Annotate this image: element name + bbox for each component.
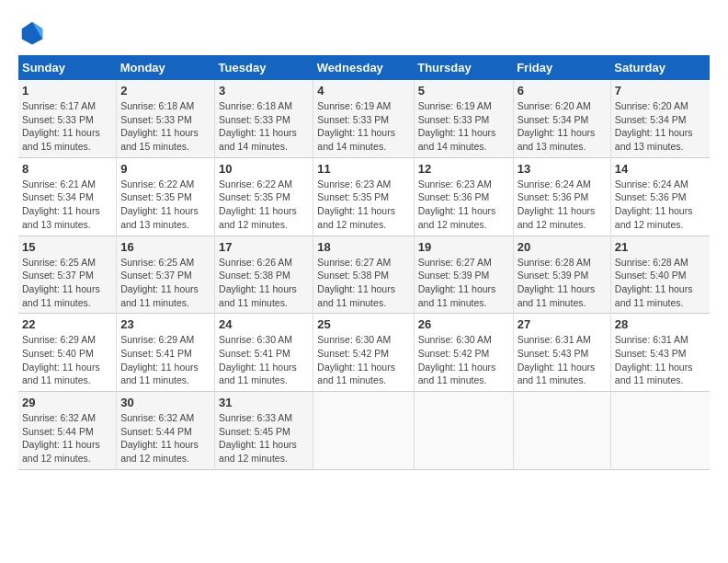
day-number: 23	[120, 317, 210, 331]
calendar-cell: 7Sunrise: 6:20 AM Sunset: 5:34 PM Daylig…	[610, 80, 710, 157]
calendar-body: 1Sunrise: 6:17 AM Sunset: 5:33 PM Daylig…	[18, 80, 710, 469]
day-number: 18	[317, 240, 409, 254]
header-row: Sunday Monday Tuesday Wednesday Thursday…	[18, 55, 710, 80]
day-info: Sunrise: 6:24 AM Sunset: 5:36 PM Dayligh…	[615, 178, 706, 232]
calendar-cell: 1Sunrise: 6:17 AM Sunset: 5:33 PM Daylig…	[18, 80, 117, 157]
calendar-cell: 14Sunrise: 6:24 AM Sunset: 5:36 PM Dayli…	[610, 157, 710, 236]
col-sunday: Sunday	[18, 55, 117, 80]
day-number: 25	[317, 317, 409, 331]
calendar-cell: 18Sunrise: 6:27 AM Sunset: 5:38 PM Dayli…	[313, 236, 414, 314]
day-info: Sunrise: 6:17 AM Sunset: 5:33 PM Dayligh…	[22, 99, 112, 154]
logo-icon	[18, 18, 46, 46]
day-info: Sunrise: 6:31 AM Sunset: 5:43 PM Dayligh…	[615, 333, 706, 387]
calendar-cell: 21Sunrise: 6:28 AM Sunset: 5:40 PM Dayli…	[610, 236, 710, 314]
day-info: Sunrise: 6:30 AM Sunset: 5:42 PM Dayligh…	[418, 333, 509, 387]
calendar-cell: 26Sunrise: 6:30 AM Sunset: 5:42 PM Dayli…	[414, 314, 513, 392]
page-header	[18, 18, 710, 46]
day-number: 5	[418, 84, 509, 98]
day-number: 20	[518, 240, 607, 254]
calendar-cell: 27Sunrise: 6:31 AM Sunset: 5:43 PM Dayli…	[513, 314, 610, 392]
calendar-cell: 20Sunrise: 6:28 AM Sunset: 5:39 PM Dayli…	[513, 236, 610, 314]
col-tuesday: Tuesday	[215, 55, 313, 80]
calendar-cell: 5Sunrise: 6:19 AM Sunset: 5:33 PM Daylig…	[414, 80, 513, 157]
calendar-week-5: 29Sunrise: 6:32 AM Sunset: 5:44 PM Dayli…	[18, 392, 710, 470]
calendar-cell: 25Sunrise: 6:30 AM Sunset: 5:42 PM Dayli…	[313, 314, 414, 392]
calendar-cell: 30Sunrise: 6:32 AM Sunset: 5:44 PM Dayli…	[117, 392, 215, 470]
day-number: 13	[518, 162, 607, 176]
calendar-cell: 12Sunrise: 6:23 AM Sunset: 5:36 PM Dayli…	[414, 157, 513, 236]
day-number: 22	[22, 317, 112, 331]
day-info: Sunrise: 6:23 AM Sunset: 5:35 PM Dayligh…	[317, 178, 409, 232]
day-info: Sunrise: 6:29 AM Sunset: 5:40 PM Dayligh…	[22, 333, 112, 387]
day-number: 6	[518, 84, 607, 98]
calendar-cell: 8Sunrise: 6:21 AM Sunset: 5:34 PM Daylig…	[18, 157, 117, 236]
calendar-cell	[513, 392, 610, 470]
day-info: Sunrise: 6:23 AM Sunset: 5:36 PM Dayligh…	[418, 178, 509, 232]
day-info: Sunrise: 6:22 AM Sunset: 5:35 PM Dayligh…	[120, 178, 210, 232]
day-info: Sunrise: 6:26 AM Sunset: 5:38 PM Dayligh…	[219, 256, 309, 310]
day-number: 24	[219, 317, 309, 331]
day-number: 8	[22, 162, 112, 176]
day-info: Sunrise: 6:28 AM Sunset: 5:39 PM Dayligh…	[518, 256, 607, 310]
day-info: Sunrise: 6:25 AM Sunset: 5:37 PM Dayligh…	[22, 256, 112, 310]
calendar-header: Sunday Monday Tuesday Wednesday Thursday…	[18, 55, 710, 80]
day-info: Sunrise: 6:18 AM Sunset: 5:33 PM Dayligh…	[219, 99, 309, 154]
calendar-cell: 31Sunrise: 6:33 AM Sunset: 5:45 PM Dayli…	[215, 392, 313, 470]
day-number: 19	[418, 240, 509, 254]
col-wednesday: Wednesday	[313, 55, 414, 80]
day-number: 27	[518, 317, 607, 331]
day-number: 1	[22, 84, 112, 98]
day-number: 17	[219, 240, 309, 254]
day-number: 9	[120, 162, 210, 176]
calendar-cell: 29Sunrise: 6:32 AM Sunset: 5:44 PM Dayli…	[18, 392, 117, 470]
day-number: 31	[219, 396, 309, 409]
calendar-week-1: 1Sunrise: 6:17 AM Sunset: 5:33 PM Daylig…	[18, 80, 710, 157]
day-info: Sunrise: 6:30 AM Sunset: 5:41 PM Dayligh…	[219, 333, 309, 387]
calendar-cell: 22Sunrise: 6:29 AM Sunset: 5:40 PM Dayli…	[18, 314, 117, 392]
day-number: 11	[317, 162, 409, 176]
day-info: Sunrise: 6:19 AM Sunset: 5:33 PM Dayligh…	[317, 99, 409, 154]
col-monday: Monday	[117, 55, 215, 80]
day-number: 7	[615, 84, 706, 98]
day-info: Sunrise: 6:32 AM Sunset: 5:44 PM Dayligh…	[120, 411, 210, 465]
calendar-week-4: 22Sunrise: 6:29 AM Sunset: 5:40 PM Dayli…	[18, 314, 710, 392]
calendar-cell: 15Sunrise: 6:25 AM Sunset: 5:37 PM Dayli…	[18, 236, 117, 314]
calendar-cell: 13Sunrise: 6:24 AM Sunset: 5:36 PM Dayli…	[513, 157, 610, 236]
day-number: 15	[22, 240, 112, 254]
calendar-cell: 3Sunrise: 6:18 AM Sunset: 5:33 PM Daylig…	[215, 80, 313, 157]
day-info: Sunrise: 6:24 AM Sunset: 5:36 PM Dayligh…	[518, 178, 607, 232]
calendar-cell: 28Sunrise: 6:31 AM Sunset: 5:43 PM Dayli…	[610, 314, 710, 392]
day-info: Sunrise: 6:33 AM Sunset: 5:45 PM Dayligh…	[219, 411, 309, 465]
calendar-week-2: 8Sunrise: 6:21 AM Sunset: 5:34 PM Daylig…	[18, 157, 710, 236]
calendar-cell: 2Sunrise: 6:18 AM Sunset: 5:33 PM Daylig…	[117, 80, 215, 157]
day-info: Sunrise: 6:29 AM Sunset: 5:41 PM Dayligh…	[120, 333, 210, 387]
day-info: Sunrise: 6:21 AM Sunset: 5:34 PM Dayligh…	[22, 178, 112, 232]
day-number: 10	[219, 162, 309, 176]
day-info: Sunrise: 6:27 AM Sunset: 5:38 PM Dayligh…	[317, 256, 409, 310]
calendar-cell: 11Sunrise: 6:23 AM Sunset: 5:35 PM Dayli…	[313, 157, 414, 236]
day-info: Sunrise: 6:20 AM Sunset: 5:34 PM Dayligh…	[615, 99, 706, 154]
day-info: Sunrise: 6:32 AM Sunset: 5:44 PM Dayligh…	[22, 411, 112, 465]
day-number: 26	[418, 317, 509, 331]
day-number: 14	[615, 162, 706, 176]
col-friday: Friday	[513, 55, 610, 80]
calendar-cell	[313, 392, 414, 470]
day-number: 30	[120, 396, 210, 409]
day-number: 4	[317, 84, 409, 98]
calendar-cell: 10Sunrise: 6:22 AM Sunset: 5:35 PM Dayli…	[215, 157, 313, 236]
day-info: Sunrise: 6:28 AM Sunset: 5:40 PM Dayligh…	[615, 256, 706, 310]
day-info: Sunrise: 6:27 AM Sunset: 5:39 PM Dayligh…	[418, 256, 509, 310]
calendar-cell: 24Sunrise: 6:30 AM Sunset: 5:41 PM Dayli…	[215, 314, 313, 392]
day-info: Sunrise: 6:18 AM Sunset: 5:33 PM Dayligh…	[120, 99, 210, 154]
calendar-cell: 19Sunrise: 6:27 AM Sunset: 5:39 PM Dayli…	[414, 236, 513, 314]
calendar-cell	[414, 392, 513, 470]
calendar-cell: 17Sunrise: 6:26 AM Sunset: 5:38 PM Dayli…	[215, 236, 313, 314]
day-number: 28	[615, 317, 706, 331]
calendar-week-3: 15Sunrise: 6:25 AM Sunset: 5:37 PM Dayli…	[18, 236, 710, 314]
calendar-cell: 16Sunrise: 6:25 AM Sunset: 5:37 PM Dayli…	[117, 236, 215, 314]
col-saturday: Saturday	[610, 55, 710, 80]
day-info: Sunrise: 6:22 AM Sunset: 5:35 PM Dayligh…	[219, 178, 309, 232]
day-info: Sunrise: 6:19 AM Sunset: 5:33 PM Dayligh…	[418, 99, 509, 154]
day-number: 16	[120, 240, 210, 254]
calendar-cell: 23Sunrise: 6:29 AM Sunset: 5:41 PM Dayli…	[117, 314, 215, 392]
